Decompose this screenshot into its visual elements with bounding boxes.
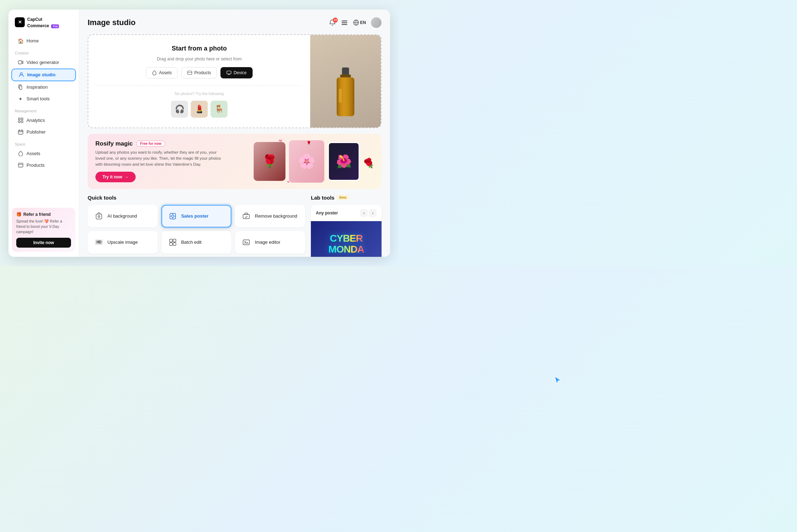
sidebar: ✕ CapCutCommerce Pro 🏠 Home Creation Vid… xyxy=(8,10,79,257)
preview-inner xyxy=(310,35,381,128)
rosify-image-3: 🌺 xyxy=(328,142,360,181)
tool-image-editor[interactable]: Image editor xyxy=(235,231,305,254)
device-button[interactable]: Device xyxy=(220,67,253,78)
upload-box: Start from a photo Drag and drop your ph… xyxy=(88,34,382,128)
svg-point-1 xyxy=(20,73,22,75)
svg-point-33 xyxy=(244,241,246,242)
sample-image-3[interactable]: 🪑 xyxy=(211,101,228,118)
lab-nav-buttons: ‹ › xyxy=(360,209,377,217)
sidebar-item-label: Publisher xyxy=(26,129,46,135)
rosify-banner: ❤ ❤ 🌹 Rosify magic Free for now Upload a… xyxy=(88,134,382,189)
rosify-desc: Upload any photos you want to rosify, wh… xyxy=(95,149,223,168)
svg-rect-11 xyxy=(342,22,347,23)
sidebar-item-image-studio[interactable]: Image studio xyxy=(11,69,76,81)
management-section-label: Management xyxy=(8,105,79,114)
svg-rect-5 xyxy=(21,118,23,120)
refer-title: 🎁 Refer a friend xyxy=(16,212,71,217)
assets-button-label: Assets xyxy=(159,70,172,75)
upload-divider xyxy=(97,85,302,86)
svg-rect-18 xyxy=(342,67,349,75)
tool-upscale-image[interactable]: HD Upscale image xyxy=(88,231,158,254)
lab-nav-prev[interactable]: ‹ xyxy=(360,209,368,217)
sidebar-item-home[interactable]: 🏠 Home xyxy=(11,35,76,47)
tool-ai-background[interactable]: AI background xyxy=(88,205,158,227)
products-button-label: Products xyxy=(194,70,211,75)
svg-rect-12 xyxy=(342,24,347,25)
sales-poster-label: Sales poster xyxy=(181,213,208,219)
smart-tools-icon: ✦ xyxy=(18,96,23,102)
svg-rect-32 xyxy=(243,240,249,245)
svg-rect-19 xyxy=(340,75,351,77)
pro-badge: Pro xyxy=(51,24,59,28)
header-actions: 23 EN xyxy=(329,17,382,28)
tool-remove-background[interactable]: Remove background xyxy=(235,205,305,227)
sidebar-item-products[interactable]: Products xyxy=(11,160,76,171)
app-name: CapCutCommerce xyxy=(27,17,49,28)
try-it-now-button[interactable]: Try it now → xyxy=(95,172,136,182)
svg-rect-8 xyxy=(18,130,23,134)
svg-rect-30 xyxy=(170,243,172,246)
sales-poster-icon xyxy=(168,211,178,221)
svg-rect-23 xyxy=(96,214,102,219)
rosify-title-row: Rosify magic Free for now xyxy=(95,140,254,147)
svg-rect-31 xyxy=(173,243,176,246)
products-icon xyxy=(18,162,23,168)
inspiration-icon xyxy=(18,84,23,90)
notification-badge: 23 xyxy=(333,18,338,23)
sidebar-item-label: Analytics xyxy=(26,118,45,123)
logo-icon: ✕ xyxy=(15,17,25,27)
sample-image-2[interactable]: 💄 xyxy=(191,101,208,118)
sidebar-item-assets[interactable]: Assets xyxy=(11,148,76,159)
main-content: Image studio 23 EN xyxy=(79,10,390,257)
upscale-image-label: Upscale image xyxy=(107,240,138,245)
svg-rect-6 xyxy=(18,121,20,123)
tools-grid: AI background Sales poster R xyxy=(88,205,305,254)
svg-rect-27 xyxy=(243,214,249,219)
sidebar-item-analytics[interactable]: Analytics xyxy=(11,115,76,126)
tool-batch-edit[interactable]: Batch edit xyxy=(161,231,232,254)
svg-rect-16 xyxy=(188,71,192,75)
beta-badge: Beta xyxy=(337,195,349,200)
rosify-image-1: 🌹 xyxy=(254,142,285,181)
language-button[interactable]: EN xyxy=(353,19,366,26)
upload-buttons: Assets Products Device xyxy=(146,67,253,78)
lab-tools-title: Lab tools xyxy=(311,195,335,201)
sidebar-item-publisher[interactable]: Publisher xyxy=(11,126,76,138)
user-avatar[interactable] xyxy=(371,17,382,28)
quick-tools: Quick tools AI background xyxy=(88,195,305,254)
page-header: Image studio 23 EN xyxy=(88,17,382,28)
sidebar-item-label: Video generator xyxy=(26,60,59,65)
sidebar-item-label: Assets xyxy=(26,151,40,156)
home-icon: 🏠 xyxy=(18,38,23,44)
rosify-title: Rosify magic xyxy=(95,140,133,147)
notification-button[interactable]: 23 xyxy=(329,19,336,26)
products-button[interactable]: Products xyxy=(181,67,217,78)
tool-sales-poster[interactable]: Sales poster xyxy=(161,205,232,227)
quick-tools-header: Quick tools xyxy=(88,195,305,201)
svg-rect-9 xyxy=(18,163,23,167)
svg-rect-28 xyxy=(170,239,172,242)
lab-nav-next[interactable]: › xyxy=(369,209,377,217)
lab-preview-text: CYBER MONDA xyxy=(329,233,364,255)
svg-rect-17 xyxy=(227,71,231,74)
upload-desc: Drag and drop your photo here or select … xyxy=(157,57,242,61)
analytics-icon xyxy=(18,118,23,123)
device-button-label: Device xyxy=(234,70,247,75)
invite-now-button[interactable]: Invite now xyxy=(16,238,71,248)
refer-emoji: 🎁 xyxy=(16,212,22,217)
sidebar-item-video-generator[interactable]: Video generator xyxy=(11,57,76,68)
sidebar-item-smart-tools[interactable]: ✦ Smart tools xyxy=(11,93,76,105)
image-studio-icon xyxy=(18,72,24,78)
app-logo: ✕ CapCutCommerce Pro xyxy=(8,16,79,35)
upload-title: Start from a photo xyxy=(172,45,227,52)
menu-icon-button[interactable] xyxy=(341,19,348,26)
sidebar-item-label: Image studio xyxy=(27,72,55,77)
lab-dropdown-label: Any poster xyxy=(316,211,338,215)
sidebar-item-inspiration[interactable]: Inspiration xyxy=(11,82,76,93)
sample-image-1[interactable]: 🎧 xyxy=(171,101,188,118)
lab-card-header: Any poster ‹ › xyxy=(311,205,382,221)
assets-button[interactable]: Assets xyxy=(146,67,178,78)
no-photos-label: No photos? Try the following xyxy=(173,91,226,96)
batch-edit-label: Batch edit xyxy=(181,240,202,245)
svg-rect-3 xyxy=(19,86,22,89)
